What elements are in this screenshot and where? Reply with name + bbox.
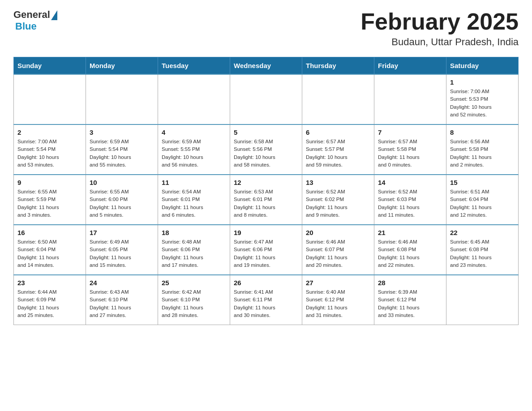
day-number: 28 (378, 279, 442, 287)
day-info: Sunrise: 6:52 AM Sunset: 6:02 PM Dayligh… (306, 188, 370, 219)
location-title: Budaun, Uttar Pradesh, India (360, 36, 519, 48)
day-info: Sunrise: 6:45 AM Sunset: 6:08 PM Dayligh… (450, 238, 515, 269)
calendar-cell: 16Sunrise: 6:50 AM Sunset: 6:04 PM Dayli… (14, 225, 86, 275)
calendar-cell: 19Sunrise: 6:47 AM Sunset: 6:06 PM Dayli… (230, 225, 302, 275)
logo-blue-row: Blue (14, 21, 37, 32)
day-number: 17 (90, 229, 154, 236)
day-number: 15 (450, 179, 515, 186)
day-number: 18 (162, 229, 226, 236)
calendar-cell: 27Sunrise: 6:40 AM Sunset: 6:12 PM Dayli… (302, 275, 374, 325)
calendar-cell: 3Sunrise: 6:59 AM Sunset: 5:54 PM Daylig… (86, 124, 158, 175)
calendar-cell (374, 74, 446, 124)
day-number: 8 (450, 128, 515, 136)
day-number: 14 (378, 179, 442, 186)
day-number: 3 (90, 128, 154, 136)
calendar-cell: 25Sunrise: 6:42 AM Sunset: 6:10 PM Dayli… (158, 275, 230, 325)
calendar-cell (230, 74, 302, 124)
calendar-cell: 4Sunrise: 6:59 AM Sunset: 5:55 PM Daylig… (158, 124, 230, 175)
day-info: Sunrise: 6:57 AM Sunset: 5:58 PM Dayligh… (378, 138, 442, 169)
day-number: 23 (17, 279, 82, 287)
day-info: Sunrise: 6:44 AM Sunset: 6:09 PM Dayligh… (17, 288, 82, 319)
logo: General Blue (13, 9, 57, 32)
calendar-cell: 12Sunrise: 6:53 AM Sunset: 6:01 PM Dayli… (230, 175, 302, 225)
calendar-cell (446, 275, 519, 325)
calendar-cell: 15Sunrise: 6:51 AM Sunset: 6:04 PM Dayli… (446, 175, 519, 225)
calendar-cell: 23Sunrise: 6:44 AM Sunset: 6:09 PM Dayli… (14, 275, 86, 325)
calendar-cell: 18Sunrise: 6:48 AM Sunset: 6:06 PM Dayli… (158, 225, 230, 275)
day-info: Sunrise: 6:53 AM Sunset: 6:01 PM Dayligh… (234, 188, 298, 219)
day-info: Sunrise: 6:52 AM Sunset: 6:03 PM Dayligh… (378, 188, 442, 219)
day-info: Sunrise: 6:57 AM Sunset: 5:57 PM Dayligh… (306, 138, 370, 169)
logo-blue-text: Blue (15, 21, 37, 32)
day-number: 21 (378, 229, 442, 236)
day-info: Sunrise: 6:50 AM Sunset: 6:04 PM Dayligh… (17, 238, 82, 269)
day-number: 26 (234, 279, 298, 287)
day-info: Sunrise: 6:43 AM Sunset: 6:10 PM Dayligh… (90, 288, 154, 319)
calendar-cell: 5Sunrise: 6:58 AM Sunset: 5:56 PM Daylig… (230, 124, 302, 175)
calendar-cell (14, 74, 86, 124)
day-info: Sunrise: 6:58 AM Sunset: 5:56 PM Dayligh… (234, 138, 298, 169)
day-number: 16 (17, 229, 82, 236)
calendar-cell: 14Sunrise: 6:52 AM Sunset: 6:03 PM Dayli… (374, 175, 446, 225)
week-row-3: 16Sunrise: 6:50 AM Sunset: 6:04 PM Dayli… (14, 225, 519, 275)
day-number: 2 (17, 128, 82, 136)
calendar-cell: 22Sunrise: 6:45 AM Sunset: 6:08 PM Dayli… (446, 225, 519, 275)
day-number: 7 (378, 128, 442, 136)
day-number: 12 (234, 179, 298, 186)
weekday-header-sunday: Sunday (14, 57, 86, 75)
day-number: 5 (234, 128, 298, 136)
day-info: Sunrise: 6:46 AM Sunset: 6:07 PM Dayligh… (306, 238, 370, 269)
day-number: 27 (306, 279, 370, 287)
day-number: 9 (17, 179, 82, 186)
week-row-2: 9Sunrise: 6:55 AM Sunset: 5:59 PM Daylig… (14, 175, 519, 225)
day-number: 10 (90, 179, 154, 186)
calendar-cell: 2Sunrise: 7:00 AM Sunset: 5:54 PM Daylig… (14, 124, 86, 175)
weekday-header-thursday: Thursday (302, 57, 374, 75)
day-number: 11 (162, 179, 226, 186)
day-info: Sunrise: 6:59 AM Sunset: 5:55 PM Dayligh… (162, 138, 226, 169)
title-area: February 2025 Budaun, Uttar Pradesh, Ind… (360, 9, 519, 48)
calendar-cell: 10Sunrise: 6:55 AM Sunset: 6:00 PM Dayli… (86, 175, 158, 225)
week-row-4: 23Sunrise: 6:44 AM Sunset: 6:09 PM Dayli… (14, 275, 519, 325)
calendar-cell: 26Sunrise: 6:41 AM Sunset: 6:11 PM Dayli… (230, 275, 302, 325)
day-number: 6 (306, 128, 370, 136)
day-info: Sunrise: 6:42 AM Sunset: 6:10 PM Dayligh… (162, 288, 226, 319)
calendar-cell: 9Sunrise: 6:55 AM Sunset: 5:59 PM Daylig… (14, 175, 86, 225)
calendar-table: SundayMondayTuesdayWednesdayThursdayFrid… (13, 57, 519, 325)
day-number: 19 (234, 229, 298, 236)
weekday-header-friday: Friday (374, 57, 446, 75)
header: General Blue February 2025 Budaun, Uttar… (13, 9, 519, 48)
day-info: Sunrise: 6:47 AM Sunset: 6:06 PM Dayligh… (234, 238, 298, 269)
calendar-cell: 24Sunrise: 6:43 AM Sunset: 6:10 PM Dayli… (86, 275, 158, 325)
logo-top: General (13, 9, 57, 21)
calendar-cell (158, 74, 230, 124)
logo-general-text: General (13, 9, 50, 21)
day-info: Sunrise: 6:54 AM Sunset: 6:01 PM Dayligh… (162, 188, 226, 219)
weekday-header-saturday: Saturday (446, 57, 519, 75)
day-info: Sunrise: 6:59 AM Sunset: 5:54 PM Dayligh… (90, 138, 154, 169)
calendar-cell: 7Sunrise: 6:57 AM Sunset: 5:58 PM Daylig… (374, 124, 446, 175)
calendar-cell: 13Sunrise: 6:52 AM Sunset: 6:02 PM Dayli… (302, 175, 374, 225)
weekday-header-tuesday: Tuesday (158, 57, 230, 75)
calendar-cell: 21Sunrise: 6:46 AM Sunset: 6:08 PM Dayli… (374, 225, 446, 275)
day-info: Sunrise: 6:55 AM Sunset: 6:00 PM Dayligh… (90, 188, 154, 219)
day-info: Sunrise: 6:46 AM Sunset: 6:08 PM Dayligh… (378, 238, 442, 269)
day-number: 4 (162, 128, 226, 136)
calendar-cell: 17Sunrise: 6:49 AM Sunset: 6:05 PM Dayli… (86, 225, 158, 275)
calendar-cell: 8Sunrise: 6:56 AM Sunset: 5:58 PM Daylig… (446, 124, 519, 175)
weekday-header-row: SundayMondayTuesdayWednesdayThursdayFrid… (14, 57, 519, 75)
day-info: Sunrise: 6:39 AM Sunset: 6:12 PM Dayligh… (378, 288, 442, 319)
week-row-0: 1Sunrise: 7:00 AM Sunset: 5:53 PM Daylig… (14, 74, 519, 124)
calendar-cell: 6Sunrise: 6:57 AM Sunset: 5:57 PM Daylig… (302, 124, 374, 175)
logo-triangle-icon (51, 10, 57, 20)
calendar-cell (302, 74, 374, 124)
day-info: Sunrise: 7:00 AM Sunset: 5:54 PM Dayligh… (17, 138, 82, 169)
day-info: Sunrise: 6:49 AM Sunset: 6:05 PM Dayligh… (90, 238, 154, 269)
day-number: 25 (162, 279, 226, 287)
calendar-cell (86, 74, 158, 124)
day-info: Sunrise: 6:51 AM Sunset: 6:04 PM Dayligh… (450, 188, 515, 219)
day-info: Sunrise: 6:55 AM Sunset: 5:59 PM Dayligh… (17, 188, 82, 219)
week-row-1: 2Sunrise: 7:00 AM Sunset: 5:54 PM Daylig… (14, 124, 519, 175)
month-title: February 2025 (360, 9, 519, 34)
calendar-cell: 20Sunrise: 6:46 AM Sunset: 6:07 PM Dayli… (302, 225, 374, 275)
